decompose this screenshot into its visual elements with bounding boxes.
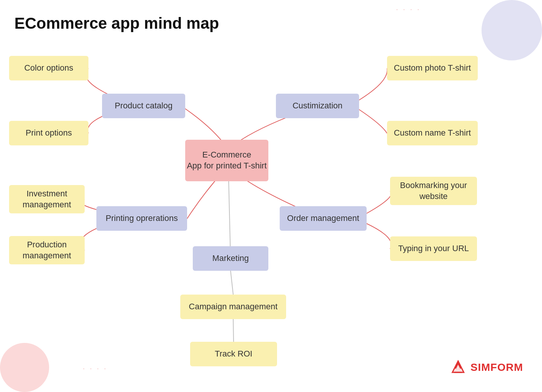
order-management-node: Order management [280,206,367,231]
print-options-label: Print options [26,128,72,139]
simform-logo: SIMFORM [449,359,523,376]
production-management-label: Production management [23,239,71,261]
custom-photo-tshirt-node: Custom photo T-shirt [387,56,478,80]
product-catalog-label: Product catalog [115,100,173,111]
track-roi-node: Track ROI [190,342,277,366]
decorative-dots-top: · · · · [396,7,421,12]
color-options-node: Color options [9,56,88,80]
investment-management-node: Investment management [9,185,85,213]
bookmarking-label: Bookmarking your website [400,180,467,202]
customization-node: Custimization [276,94,359,118]
page-title: ECommerce app mind map [14,14,219,32]
custom-photo-tshirt-label: Custom photo T-shirt [394,63,471,74]
marketing-label: Marketing [212,253,249,264]
simform-name: SIMFORM [471,361,523,373]
product-catalog-node: Product catalog [102,94,185,118]
campaign-management-label: Campaign management [189,301,278,312]
custom-name-tshirt-label: Custom name T-shirt [394,128,471,139]
production-management-node: Production management [9,236,85,264]
bookmarking-node: Bookmarking your website [390,177,477,205]
center-node-label: E-Commerce App for printed T-shirt [187,150,266,171]
investment-management-label: Investment management [23,188,71,210]
track-roi-label: Track ROI [215,349,252,360]
printing-operations-label: Printing oprerations [106,213,178,224]
print-options-node: Print options [9,121,88,145]
order-management-label: Order management [287,213,359,224]
center-node: E-Commerce App for printed T-shirt [185,140,268,181]
marketing-node: Marketing [193,246,268,271]
typing-url-node: Typing in your URL [390,236,477,261]
simform-icon [449,359,467,376]
decorative-blob-bottom-left [0,343,49,392]
campaign-management-node: Campaign management [180,295,286,319]
color-options-label: Color options [24,63,73,74]
custom-name-tshirt-node: Custom name T-shirt [387,121,478,145]
decorative-dots-bottom: · · · · [83,366,108,371]
customization-label: Custimization [293,100,342,111]
decorative-blob-top-right [482,0,542,60]
printing-operations-node: Printing oprerations [96,206,187,231]
typing-url-label: Typing in your URL [398,243,469,254]
